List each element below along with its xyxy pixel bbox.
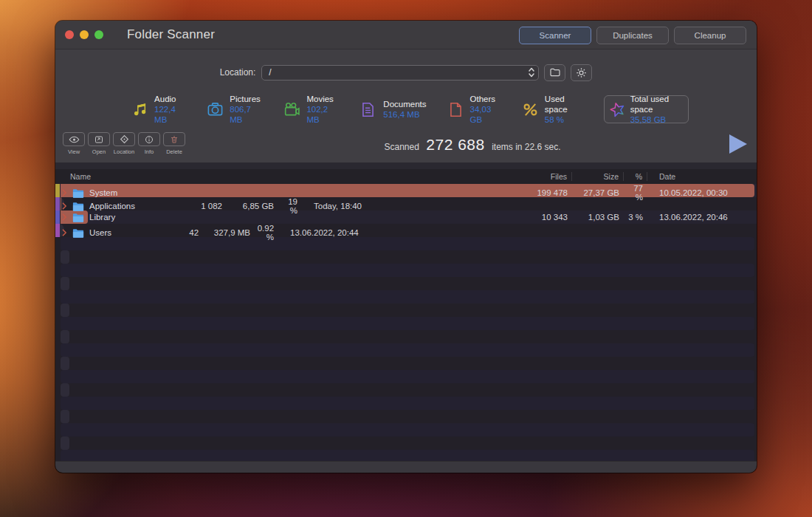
folder-icon	[72, 188, 84, 198]
empty-row	[61, 317, 754, 330]
chevron-updown-icon	[528, 66, 535, 78]
start-scan-button[interactable]	[729, 134, 747, 154]
stat-label: Pictures	[230, 94, 262, 104]
stat-item-documents: Documents516,4 MB	[358, 99, 426, 120]
empty-row	[61, 290, 754, 304]
empty-row	[61, 264, 754, 277]
row-files: 199 478	[481, 188, 572, 197]
row-name: System	[89, 188, 117, 197]
toolbar-button-open[interactable]: Open	[88, 132, 110, 155]
results-table: System199 47827,37 GB77 %10.05.2022, 00:…	[55, 184, 757, 468]
zoom-button[interactable]	[94, 30, 103, 39]
music-note-icon	[132, 101, 148, 117]
stat-value: 58 %	[545, 114, 582, 125]
total-used-space-label: Total used space	[630, 94, 684, 114]
table-row-library[interactable]: Library10 3431,03 GB3 %13.06.2022, 20:46	[55, 210, 757, 224]
row-percent: 0.92 %	[255, 224, 278, 242]
row-files: 42	[111, 228, 203, 237]
empty-row	[61, 436, 69, 450]
folder-outline-icon	[549, 66, 561, 78]
settings-button[interactable]	[571, 64, 592, 81]
table-row-users[interactable]: Users42327,9 MB0.92 %13.06.2022, 20:44	[55, 224, 64, 237]
location-select[interactable]: /	[261, 65, 539, 81]
percent-icon	[522, 101, 539, 118]
toolbar-button-label: Delete	[163, 148, 185, 155]
nav-button-duplicates[interactable]: Duplicates	[596, 27, 669, 44]
toolbar-button-label: Location	[113, 148, 135, 155]
row-size: 27,37 GB	[572, 188, 624, 197]
mode-switcher: ScannerDuplicatesCleanup	[519, 27, 746, 44]
stat-label: Documents	[383, 99, 426, 109]
stat-value: 102,2 MB	[306, 104, 337, 125]
toolbar: ViewOpenLocationInfoDelete	[63, 132, 185, 155]
column-header-percent[interactable]: %	[624, 172, 647, 181]
column-header-date[interactable]: Date	[647, 172, 757, 181]
table-row-applications[interactable]: Applications1 0826,85 GB19 %Today, 18:40	[55, 197, 64, 210]
desktop-wallpaper: Folder Scanner ScannerDuplicatesCleanup …	[0, 0, 812, 517]
disclosure-chevron-icon[interactable]	[62, 213, 67, 221]
empty-row	[61, 237, 754, 250]
empty-row	[61, 330, 69, 343]
row-percent: 77 %	[624, 184, 647, 202]
disclosure-chevron-icon[interactable]	[62, 189, 67, 196]
stat-label: Used space	[545, 94, 582, 114]
row-date: 13.06.2022, 20:44	[278, 228, 388, 237]
row-date: Today, 18:40	[302, 202, 411, 210]
stat-item-used-space: Used space58 %	[522, 94, 582, 125]
disclosure-chevron-icon[interactable]	[62, 229, 67, 236]
titlebar: Folder Scanner ScannerDuplicatesCleanup	[55, 21, 757, 49]
app-window: Folder Scanner ScannerDuplicatesCleanup …	[55, 21, 757, 473]
table-row-system[interactable]: System199 47827,37 GB77 %10.05.2022, 00:…	[55, 184, 757, 197]
column-header-name[interactable]: Name	[55, 172, 481, 181]
eye-icon	[63, 132, 85, 146]
row-name: Applications	[89, 202, 135, 210]
category-stats-row: Audio122,4 MBPictures806,7 MBMovies102,2…	[55, 89, 757, 129]
open-window-icon	[88, 132, 110, 146]
stat-value: 34,03 GB	[470, 104, 500, 125]
scan-status-suffix: items in 22.6 sec.	[492, 142, 560, 152]
row-size: 327,9 MB	[203, 228, 255, 237]
scan-items-count: 272 688	[426, 136, 484, 153]
folder-icon	[72, 213, 84, 222]
column-header-size[interactable]: Size	[572, 172, 624, 181]
stat-item-audio: Audio122,4 MB	[132, 94, 185, 125]
row-size: 6,85 GB	[227, 202, 278, 210]
toolbar-button-info[interactable]: Info	[138, 132, 160, 155]
empty-row	[61, 410, 69, 423]
row-size: 1,03 GB	[572, 213, 624, 222]
toolbar-button-label: Info	[138, 148, 160, 155]
close-button[interactable]	[65, 30, 74, 39]
document-icon	[448, 102, 464, 117]
row-files: 1 082	[135, 202, 227, 210]
toolbar-button-view[interactable]: View	[63, 132, 85, 155]
action-row: ViewOpenLocationInfoDelete Scanned 272 6…	[55, 129, 757, 168]
star-icon	[609, 101, 626, 118]
empty-row	[61, 304, 69, 317]
stat-item-movies: Movies102,2 MB	[283, 94, 337, 125]
stat-item-pictures: Pictures806,7 MB	[207, 94, 263, 125]
info-circle-icon	[138, 132, 160, 146]
traffic-lights	[65, 30, 103, 39]
nav-button-scanner[interactable]: Scanner	[519, 27, 591, 44]
minimize-button[interactable]	[80, 30, 89, 39]
toolbar-button-label: View	[63, 148, 85, 155]
nav-button-cleanup[interactable]: Cleanup	[674, 27, 746, 44]
empty-row	[61, 277, 69, 290]
toolbar-button-delete[interactable]: Delete	[163, 132, 185, 155]
stat-value: 516,4 MB	[383, 109, 426, 120]
choose-folder-button[interactable]	[544, 64, 565, 81]
empty-row	[61, 423, 754, 436]
stat-label: Movies	[306, 94, 337, 104]
row-name: Library	[89, 213, 115, 222]
column-header-files[interactable]: Files	[481, 172, 572, 181]
empty-row	[61, 357, 69, 370]
toolbar-button-location[interactable]: Location	[113, 132, 135, 155]
scan-status-prefix: Scanned	[384, 142, 419, 152]
total-used-space-value: 35,58 GB	[630, 114, 684, 125]
row-date: 13.06.2022, 20:46	[647, 213, 757, 222]
location-label: Location:	[220, 67, 256, 78]
row-percent: 3 %	[624, 213, 647, 222]
camera-icon	[207, 101, 224, 118]
disclosure-chevron-icon[interactable]	[62, 202, 67, 210]
gear-icon	[576, 67, 587, 78]
